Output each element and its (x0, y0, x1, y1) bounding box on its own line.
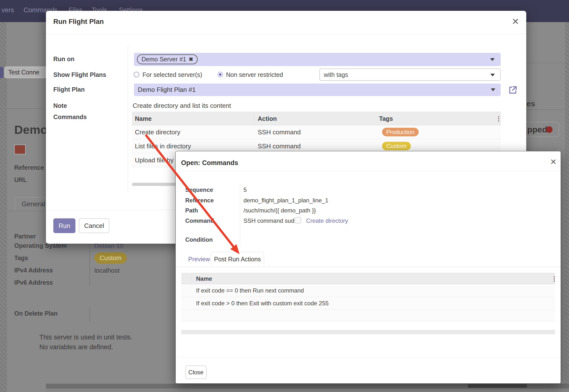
run-modal-label-separator (128, 45, 128, 193)
tab-row-divider (176, 267, 561, 267)
tags-filter-value: with tags (324, 71, 348, 78)
background-right-divider (526, 109, 566, 110)
command-tag-badge: Custom (382, 142, 411, 150)
command-name: Create directory (135, 128, 180, 136)
flight-plan-value: Demo Flight Plan #1 (138, 86, 196, 94)
background-button-fragment (0, 67, 3, 78)
background-partial-text: es (526, 99, 535, 108)
path-label: Path (185, 207, 198, 214)
command-row[interactable]: Create directory SSH command Production (132, 125, 501, 139)
radio-non-server-restricted-label[interactable]: Non server restricted (226, 71, 283, 78)
reference-value: demo_flight_plan_1_plan_line_1 (243, 197, 328, 204)
background-ipv4-value: localhost (94, 267, 120, 274)
note-label: Note (53, 102, 67, 109)
flight-plan-select[interactable]: Demo Flight Plan #1 (134, 84, 501, 96)
screen: vers Commands Files Tools Settings Test … (0, 0, 569, 392)
run-modal-header-divider (46, 34, 526, 34)
background-divider (6, 108, 46, 109)
column-header-tags[interactable]: Tags (379, 115, 393, 122)
status-stopped-partial-text: pped (527, 125, 547, 134)
path-value: /such/much/{{ demo_path }} (243, 207, 316, 214)
background-unit-test-note: This server is used in unit tests. (39, 334, 132, 341)
background-tags-label: Tags (14, 254, 28, 262)
dropdown-caret-icon[interactable] (491, 88, 495, 91)
background-server-heading: Demo (14, 123, 48, 137)
cancel-button[interactable]: Cancel (79, 218, 109, 233)
right-edge-strip (565, 22, 569, 392)
sequence-value: 5 (243, 186, 247, 193)
open-modal-close-icon[interactable]: ✕ (550, 157, 557, 166)
post-run-action-row[interactable]: If exit code > 0 then Exit with custom e… (181, 297, 555, 310)
column-header-name[interactable]: Name (196, 275, 212, 282)
remove-tag-icon[interactable]: ✖ (189, 56, 193, 63)
server-tag-pill[interactable]: Demo Server #1 ✖ (137, 54, 198, 64)
command-name: List files in directory (135, 142, 191, 150)
commands-label: Commands (53, 113, 87, 121)
condition-label: Condition (185, 236, 213, 243)
dropdown-caret-icon[interactable] (490, 74, 495, 76)
background-on-delete-plan-label: On Delete Plan (14, 310, 57, 317)
command-value: SSH command sudo (243, 217, 298, 224)
background-variables-note: No variables are defined. (39, 343, 113, 351)
table-options-kebab-icon[interactable]: ⋮ (551, 275, 557, 283)
note-value: Create directory and list its content (133, 102, 231, 110)
open-modal-header-divider (176, 171, 561, 171)
server-tag-label: Demo Server #1 (142, 56, 186, 63)
flight-plan-label: Flight Plan (53, 86, 85, 93)
command-action: SSH command (258, 128, 301, 136)
create-directory-link[interactable]: Create directory (306, 217, 348, 224)
background-ipv6-label: IPv6 Address (14, 279, 53, 286)
post-run-action-name: If exit code == 0 then Run next command (196, 287, 304, 294)
external-link-icon[interactable] (508, 85, 518, 95)
tab-general[interactable]: General (15, 197, 46, 211)
post-run-actions-table: Name ⋮ If exit code == 0 then Run next c… (181, 273, 555, 321)
sequence-label: Sequence (185, 186, 213, 193)
run-on-multiselect[interactable]: Demo Server #1 ✖ (134, 53, 501, 66)
show-flight-plans-label: Show Flight Plans (53, 71, 106, 78)
open-modal-footer-divider (176, 357, 561, 357)
horizontal-scrollbar-track[interactable] (181, 330, 555, 334)
radio-for-selected-servers[interactable] (134, 72, 139, 77)
run-modal-close-icon[interactable]: ✕ (512, 17, 519, 26)
reference-label: Reference (185, 197, 214, 204)
background-field-separator-2 (89, 307, 90, 322)
open-modal-label-separator (240, 184, 240, 246)
command-label: Command (185, 217, 214, 224)
tab-preview[interactable]: Preview (188, 256, 210, 263)
test-connection-button[interactable]: Test Conne (4, 67, 46, 78)
tab-post-run-actions[interactable]: Post Run Actions (211, 252, 264, 267)
post-run-action-name: If exit code > 0 then Exit with custom e… (196, 300, 329, 307)
open-modal-title: Open: Commands (181, 159, 238, 167)
post-run-action-empty-row (181, 310, 555, 321)
background-right-divider-top (526, 63, 569, 63)
column-header-action[interactable]: Action (258, 115, 277, 122)
command-action: SSH command (258, 142, 301, 150)
close-button[interactable]: Close (185, 365, 207, 379)
post-run-action-row[interactable]: If exit code == 0 then Run next command (181, 284, 555, 297)
background-custom-tag-badge: Custom (94, 252, 127, 264)
column-header-name[interactable]: Name (135, 115, 152, 122)
background-ipv4-label: IPv4 Address (14, 267, 53, 274)
background-partner-label: Partner (14, 233, 36, 240)
tags-filter-select[interactable]: with tags (319, 69, 501, 81)
run-modal-title: Run Flight Plan (53, 18, 104, 26)
create-directory-checkbox[interactable] (295, 217, 301, 224)
command-name: Upload file by (135, 156, 174, 164)
server-color-swatch[interactable] (14, 144, 26, 154)
background-dimmed-text-artifact (468, 384, 527, 388)
radio-non-server-restricted[interactable] (217, 72, 223, 77)
table-options-kebab-icon[interactable]: ⋮ (496, 115, 502, 123)
background-reference-label: Reference (14, 164, 44, 171)
background-tab-baseline (6, 211, 46, 211)
background-url-label: URL (14, 176, 27, 183)
background-panel-border (6, 79, 7, 392)
column-divider (254, 114, 254, 124)
commands-table-header: Name Action Tags ⋮ (132, 112, 501, 125)
run-on-label: Run on (53, 56, 74, 63)
nav-item-servers[interactable]: vers (1, 6, 14, 14)
radio-for-selected-servers-label[interactable]: For selected server(s) (142, 71, 202, 78)
column-divider (191, 274, 191, 283)
dropdown-caret-icon[interactable] (490, 58, 495, 61)
post-run-table-header: Name ⋮ (181, 273, 555, 284)
run-button[interactable]: Run (53, 218, 75, 233)
